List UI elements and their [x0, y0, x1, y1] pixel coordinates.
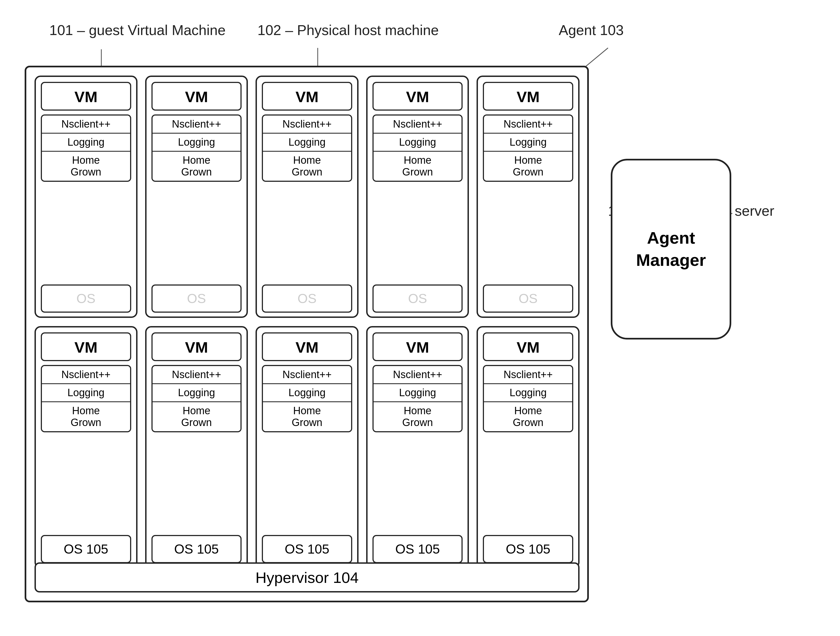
os-bot-1: OS 105: [41, 535, 131, 563]
vm-header-top-2: VM: [152, 82, 242, 110]
os-top-4: OS: [373, 284, 463, 312]
sw-stack-bot-2: Nsclient++ Logging HomeGrown: [152, 365, 242, 432]
nsclient-top-2: Nsclient++: [153, 115, 241, 134]
diagram-wrapper: 101 – guest Virtual Machine 102 – Physic…: [16, 22, 811, 624]
os-top-5: OS: [483, 284, 573, 312]
vm-row-top: VM Nsclient++ Logging HomeGrown OS VM Ns…: [35, 76, 579, 318]
logging-top-2: Logging: [153, 134, 241, 152]
nsclient-top-5: Nsclient++: [484, 115, 572, 134]
vm-header-top-1: VM: [41, 82, 131, 110]
sw-stack-top-2: Nsclient++ Logging HomeGrown: [152, 114, 242, 182]
homegrown-top-3: HomeGrown: [263, 152, 351, 181]
sw-stack-top-1: Nsclient++ Logging HomeGrown: [41, 114, 131, 182]
label-102: 102 – Physical host machine: [257, 22, 439, 38]
agent-manager-box: AgentManager: [611, 159, 731, 339]
label-101: 101 – guest Virtual Machine: [49, 22, 226, 38]
vm-col-bot-2: VM Nsclient++ Logging HomeGrown OS 105: [145, 326, 248, 568]
vm-col-bot-4: VM Nsclient++ Logging HomeGrown OS 105: [366, 326, 469, 568]
physical-host-box: VM Nsclient++ Logging HomeGrown OS VM Ns…: [25, 66, 589, 602]
logging-bot-2: Logging: [153, 384, 241, 402]
vm-header-top-5: VM: [483, 82, 573, 110]
nsclient-bot-1: Nsclient++: [42, 366, 130, 384]
sw-stack-top-4: Nsclient++ Logging HomeGrown: [373, 114, 463, 182]
logging-bot-1: Logging: [42, 384, 130, 402]
logging-top-3: Logging: [263, 134, 351, 152]
os-bot-5: OS 105: [483, 535, 573, 563]
nsclient-bot-2: Nsclient++: [153, 366, 241, 384]
homegrown-bot-1: HomeGrown: [42, 402, 130, 431]
homegrown-top-1: HomeGrown: [42, 152, 130, 181]
nsclient-bot-4: Nsclient++: [374, 366, 462, 384]
os-bot-2: OS 105: [152, 535, 242, 563]
label-103: Agent 103: [559, 22, 624, 38]
homegrown-bot-3: HomeGrown: [263, 402, 351, 431]
sw-stack-bot-1: Nsclient++ Logging HomeGrown: [41, 365, 131, 432]
vm-col-bot-3: VM Nsclient++ Logging HomeGrown OS 105: [256, 326, 358, 568]
vm-header-top-3: VM: [262, 82, 352, 110]
homegrown-top-5: HomeGrown: [484, 152, 572, 181]
vm-col-top-1: VM Nsclient++ Logging HomeGrown OS: [35, 76, 137, 318]
nsclient-bot-5: Nsclient++: [484, 366, 572, 384]
logging-bot-5: Logging: [484, 384, 572, 402]
agent-manager-label: AgentManager: [636, 227, 706, 271]
hypervisor-bar: Hypervisor 104: [35, 562, 579, 592]
homegrown-top-2: HomeGrown: [153, 152, 241, 181]
sw-stack-top-3: Nsclient++ Logging HomeGrown: [262, 114, 352, 182]
logging-top-1: Logging: [42, 134, 130, 152]
os-bot-3: OS 105: [262, 535, 352, 563]
vm-row-bottom: VM Nsclient++ Logging HomeGrown OS 105 V…: [35, 326, 579, 568]
sw-stack-top-5: Nsclient++ Logging HomeGrown: [483, 114, 573, 182]
vm-col-bot-1: VM Nsclient++ Logging HomeGrown OS 105: [35, 326, 137, 568]
vm-col-top-3: VM Nsclient++ Logging HomeGrown OS: [256, 76, 358, 318]
homegrown-bot-5: HomeGrown: [484, 402, 572, 431]
vm-col-top-5: VM Nsclient++ Logging HomeGrown OS: [477, 76, 579, 318]
vm-header-bot-5: VM: [483, 332, 573, 361]
vm-col-top-4: VM Nsclient++ Logging HomeGrown OS: [366, 76, 469, 318]
homegrown-top-4: HomeGrown: [374, 152, 462, 181]
logging-top-5: Logging: [484, 134, 572, 152]
os-bot-4: OS 105: [373, 535, 463, 563]
sw-stack-bot-3: Nsclient++ Logging HomeGrown: [262, 365, 352, 432]
logging-top-4: Logging: [374, 134, 462, 152]
vm-header-bot-3: VM: [262, 332, 352, 361]
logging-bot-3: Logging: [263, 384, 351, 402]
vm-col-bot-5: VM Nsclient++ Logging HomeGrown OS 105: [477, 326, 579, 568]
vm-col-top-2: VM Nsclient++ Logging HomeGrown OS: [145, 76, 248, 318]
os-top-2: OS: [152, 284, 242, 312]
sw-stack-bot-4: Nsclient++ Logging HomeGrown: [373, 365, 463, 432]
vm-header-bot-2: VM: [152, 332, 242, 361]
os-top-1: OS: [41, 284, 131, 312]
nsclient-bot-3: Nsclient++: [263, 366, 351, 384]
logging-bot-4: Logging: [374, 384, 462, 402]
vm-header-bot-4: VM: [373, 332, 463, 361]
os-top-3: OS: [262, 284, 352, 312]
nsclient-top-1: Nsclient++: [42, 115, 130, 134]
homegrown-bot-2: HomeGrown: [153, 402, 241, 431]
vm-rows: VM Nsclient++ Logging HomeGrown OS VM Ns…: [35, 76, 579, 568]
nsclient-top-3: Nsclient++: [263, 115, 351, 134]
vm-header-top-4: VM: [373, 82, 463, 110]
sw-stack-bot-5: Nsclient++ Logging HomeGrown: [483, 365, 573, 432]
vm-header-bot-1: VM: [41, 332, 131, 361]
nsclient-top-4: Nsclient++: [374, 115, 462, 134]
homegrown-bot-4: HomeGrown: [374, 402, 462, 431]
